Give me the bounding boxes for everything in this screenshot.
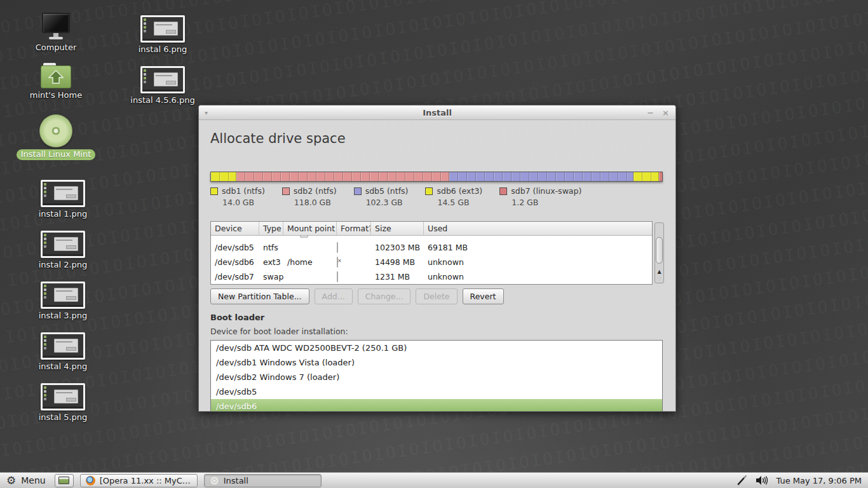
add-button[interactable]: Add... <box>315 288 353 304</box>
desktop-icon-label: instal 5.png <box>22 412 104 422</box>
table-row[interactable]: /dev/sdb5 ntfs 102303 MB 69181 MB <box>211 240 652 255</box>
column-header[interactable]: Mount point <box>283 222 337 235</box>
partition-bar <box>210 172 663 182</box>
taskbar-window-install[interactable]: Install <box>204 474 322 487</box>
table-scrollbar[interactable]: ▲ ▽ <box>654 222 664 283</box>
scrollbar-thumb[interactable] <box>656 237 663 264</box>
legend-item: sdb7 (linux-swap) 1.2 GB <box>499 186 581 207</box>
change-button[interactable]: Change... <box>358 288 411 304</box>
legend-swatch <box>210 187 218 195</box>
boot-device-item[interactable]: /dev/sdb ATA WDC WD2500BEVT-2 (250.1 GB) <box>211 341 662 355</box>
desktop-icon-instal5[interactable]: instal 5.png <box>22 383 104 422</box>
desktop-icon-instal2[interactable]: instal 2.png <box>22 231 104 269</box>
legend-label: sdb2 (ntfs) <box>294 186 337 196</box>
desktop-icon-label: instal 3.png <box>22 311 104 320</box>
partition-segment-sdb1 <box>211 172 236 181</box>
clock[interactable]: Tue May 17, 9:06 PM <box>776 476 862 485</box>
column-header[interactable]: Device <box>211 222 259 235</box>
legend-swatch <box>354 187 362 195</box>
column-header[interactable]: Used <box>424 222 652 235</box>
boot-device-item[interactable]: /dev/sdb1 Windows Vista (loader) <box>211 355 662 370</box>
boot-loader-heading: Boot loader <box>210 313 264 322</box>
window-title: Install <box>199 108 675 118</box>
revert-button[interactable]: Revert <box>463 288 504 304</box>
desktop-icon-computer[interactable]: Computer <box>15 13 97 52</box>
scroll-down-icon[interactable]: ▽ <box>655 276 663 281</box>
volume-icon[interactable] <box>756 475 768 485</box>
boot-device-item[interactable]: /dev/sdb5 <box>211 384 662 399</box>
legend-label: sdb5 (ntfs) <box>365 186 409 196</box>
home-arrow-icon <box>48 69 64 85</box>
computer-icon <box>42 13 70 41</box>
table-row[interactable]: /dev/sdb7 swap 1231 MB unknown <box>211 269 652 284</box>
format-checkbox[interactable] <box>337 257 338 268</box>
desktop-icon-install-linux-mint[interactable]: Install Linux Mint <box>15 114 97 160</box>
titlebar[interactable]: ▾ Install − × <box>199 105 675 120</box>
partition-table[interactable]: Device Type Mount point Format? Size Use… <box>210 221 653 285</box>
screenshot-thumbnail-icon <box>41 231 85 258</box>
cell-mount: /home <box>283 257 337 267</box>
screenshot-thumbnail-icon <box>41 332 85 360</box>
taskbar-window-label: Install <box>224 476 248 485</box>
cell-size: 102303 MB <box>371 243 424 252</box>
desktop-icon-instal6[interactable]: instal 6.png <box>121 15 204 54</box>
desktop-icon-label: mint's Home <box>15 90 97 100</box>
cell-size: 1231 MB <box>371 272 424 281</box>
boot-device-item[interactable]: /dev/sdb2 Windows 7 (loader) <box>211 370 662 384</box>
boot-device-item[interactable]: /dev/sdb6 <box>211 399 662 412</box>
cd-icon <box>39 114 72 147</box>
cell-device: /dev/sdb7 <box>211 272 259 281</box>
home-folder-icon <box>41 63 71 88</box>
system-tray: Tue May 17, 9:06 PM <box>736 475 868 486</box>
desktop-icon-label: instal 4.png <box>22 362 104 371</box>
desktop-icon-label: instal 2.png <box>22 260 104 269</box>
minimize-button[interactable]: − <box>647 108 654 118</box>
legend-label: sdb6 (ext3) <box>437 186 482 196</box>
table-row[interactable]: /dev/sdb6 ext3 /home 14498 MB unknown <box>211 255 652 269</box>
screenshot-thumbnail-icon <box>41 180 85 207</box>
format-checkbox[interactable] <box>337 271 338 282</box>
desktop-icon-instal1[interactable]: instal 1.png <box>22 180 104 219</box>
window-menu-arrow-icon[interactable]: ▾ <box>205 109 208 116</box>
desktop-icon-label: instal 6.png <box>121 44 204 54</box>
cell-type: ext3 <box>259 257 283 267</box>
format-checkbox[interactable] <box>337 242 338 253</box>
legend-label: sdb7 (linux-swap) <box>511 186 581 196</box>
cell-used: unknown <box>424 257 652 267</box>
desktop-icon-instal3[interactable]: instal 3.png <box>22 281 104 320</box>
legend-size: 14.0 GB <box>210 198 265 207</box>
desktop-icon-home[interactable]: mint's Home <box>15 63 97 100</box>
scroll-up-icon[interactable]: ▲ <box>655 269 663 274</box>
desktop-icon-instal4[interactable]: instal 4.png <box>22 332 104 371</box>
pen-tool-icon[interactable] <box>736 475 748 486</box>
menu-label: Menu <box>21 475 45 485</box>
legend-size: 14.5 GB <box>425 198 482 207</box>
partition-segment-sdb6 <box>634 172 659 181</box>
delete-button[interactable]: Delete <box>416 288 457 304</box>
taskbar-window-opera[interactable]: [Opera 11.xx :: MyCity... <box>80 474 198 487</box>
taskbar: ⚙ Menu [Opera 11.xx :: MyCity... Install… <box>0 472 868 488</box>
legend-item: sdb1 (ntfs) 14.0 GB <box>210 186 265 207</box>
menu-button[interactable]: ⚙ Menu <box>0 473 52 488</box>
boot-device-list[interactable]: /dev/sdb ATA WDC WD2500BEVT-2 (250.1 GB)… <box>210 340 663 412</box>
screenshot-thumbnail-icon <box>41 383 85 410</box>
column-header[interactable]: Size <box>371 222 424 235</box>
page-title: Allocate drive space <box>210 131 346 146</box>
cell-device: /dev/sdb5 <box>211 243 259 252</box>
column-header[interactable]: Format? <box>337 222 371 235</box>
legend-size: 1.2 GB <box>499 198 581 207</box>
legend-swatch <box>499 187 507 195</box>
legend-size: 118.0 GB <box>282 198 337 207</box>
desktop-icon-instal456[interactable]: instal 4.5.6.png <box>121 66 204 105</box>
screenshot-thumbnail-icon <box>41 281 85 309</box>
close-button[interactable]: × <box>662 108 669 118</box>
screenshot-thumbnail-icon <box>140 15 185 43</box>
checkbox <box>300 236 308 238</box>
partition-legend: sdb1 (ntfs) 14.0 GB sdb2 (ntfs) 118.0 GB… <box>210 186 581 207</box>
cell-type: ntfs <box>259 243 283 252</box>
legend-size: 102.3 GB <box>354 198 409 207</box>
partition-segment-sdb2 <box>236 172 449 181</box>
show-desktop-button[interactable] <box>55 474 74 487</box>
column-header[interactable]: Type <box>259 222 283 235</box>
new-partition-table-button[interactable]: New Partition Table... <box>210 288 309 304</box>
